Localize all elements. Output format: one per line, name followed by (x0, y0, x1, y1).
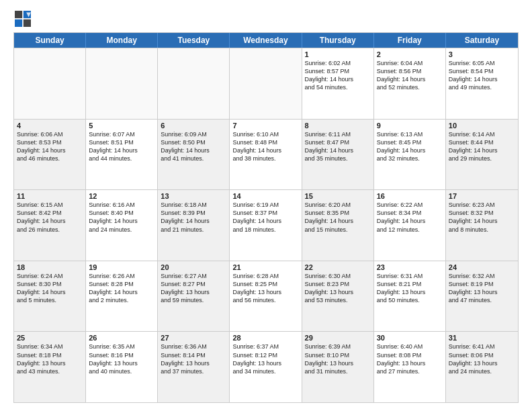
day-number: 24 (449, 263, 515, 271)
day-number: 27 (161, 334, 226, 342)
calendar-cell-30: 30Sunrise: 6:40 AM Sunset: 8:08 PM Dayli… (374, 332, 446, 402)
cell-info-text: Sunrise: 6:26 AM Sunset: 8:28 PM Dayligh… (89, 272, 154, 305)
day-number: 2 (377, 50, 443, 58)
svg-rect-0 (15, 11, 22, 18)
day-number: 21 (232, 263, 298, 271)
day-number: 8 (305, 122, 371, 130)
calendar-cell-3: 3Sunrise: 6:05 AM Sunset: 8:54 PM Daylig… (446, 48, 518, 119)
calendar-row-4: 18Sunrise: 6:24 AM Sunset: 8:30 PM Dayli… (14, 261, 518, 332)
cell-info-text: Sunrise: 6:22 AM Sunset: 8:34 PM Dayligh… (377, 201, 443, 234)
calendar-cell-19: 19Sunrise: 6:26 AM Sunset: 8:28 PM Dayli… (86, 261, 158, 332)
calendar-cell-1: 1Sunrise: 6:02 AM Sunset: 8:57 PM Daylig… (302, 48, 374, 119)
calendar-cell-4: 4Sunrise: 6:06 AM Sunset: 8:53 PM Daylig… (14, 120, 86, 190)
weekday-header-wednesday: Wednesday (230, 33, 302, 48)
calendar-cell-23: 23Sunrise: 6:31 AM Sunset: 8:21 PM Dayli… (374, 261, 446, 332)
calendar-cell-6: 6Sunrise: 6:09 AM Sunset: 8:50 PM Daylig… (158, 120, 230, 190)
day-number: 18 (17, 263, 83, 271)
day-number: 7 (232, 122, 298, 130)
cell-info-text: Sunrise: 6:34 AM Sunset: 8:18 PM Dayligh… (17, 342, 83, 375)
cell-info-text: Sunrise: 6:04 AM Sunset: 8:56 PM Dayligh… (377, 59, 443, 92)
day-number: 28 (232, 334, 298, 342)
day-number: 22 (305, 263, 371, 271)
cell-info-text: Sunrise: 6:06 AM Sunset: 8:53 PM Dayligh… (17, 130, 83, 163)
calendar-body: 1Sunrise: 6:02 AM Sunset: 8:57 PM Daylig… (14, 48, 518, 402)
calendar-cell-20: 20Sunrise: 6:27 AM Sunset: 8:27 PM Dayli… (158, 261, 230, 332)
cell-info-text: Sunrise: 6:32 AM Sunset: 8:19 PM Dayligh… (449, 272, 515, 305)
cell-info-text: Sunrise: 6:30 AM Sunset: 8:23 PM Dayligh… (305, 272, 371, 305)
cell-info-text: Sunrise: 6:36 AM Sunset: 8:14 PM Dayligh… (161, 342, 226, 375)
calendar-cell-empty-3 (230, 48, 302, 119)
header-area (13, 11, 519, 27)
calendar-cell-11: 11Sunrise: 6:15 AM Sunset: 8:42 PM Dayli… (14, 190, 86, 261)
cell-info-text: Sunrise: 6:41 AM Sunset: 8:06 PM Dayligh… (449, 342, 515, 375)
calendar-cell-28: 28Sunrise: 6:37 AM Sunset: 8:12 PM Dayli… (230, 332, 302, 402)
cell-info-text: Sunrise: 6:20 AM Sunset: 8:35 PM Dayligh… (305, 201, 371, 234)
cell-info-text: Sunrise: 6:37 AM Sunset: 8:12 PM Dayligh… (232, 342, 298, 375)
svg-rect-3 (24, 19, 31, 27)
cell-info-text: Sunrise: 6:13 AM Sunset: 8:45 PM Dayligh… (377, 130, 443, 163)
calendar-cell-empty-0 (14, 48, 86, 119)
calendar-cell-8: 8Sunrise: 6:11 AM Sunset: 8:47 PM Daylig… (302, 120, 374, 190)
calendar-row-1: 1Sunrise: 6:02 AM Sunset: 8:57 PM Daylig… (14, 48, 518, 119)
generalblue-logo-icon (15, 11, 31, 27)
day-number: 23 (377, 263, 443, 271)
day-number: 17 (449, 192, 515, 200)
cell-info-text: Sunrise: 6:10 AM Sunset: 8:48 PM Dayligh… (232, 130, 298, 163)
day-number: 25 (17, 334, 83, 342)
day-number: 19 (89, 263, 154, 271)
calendar-cell-17: 17Sunrise: 6:23 AM Sunset: 8:32 PM Dayli… (446, 190, 518, 261)
weekday-header-monday: Monday (86, 33, 158, 48)
day-number: 1 (305, 50, 371, 58)
day-number: 16 (377, 192, 443, 200)
day-number: 9 (377, 122, 443, 130)
cell-info-text: Sunrise: 6:18 AM Sunset: 8:39 PM Dayligh… (161, 201, 226, 234)
weekday-header-thursday: Thursday (302, 33, 374, 48)
weekday-header-saturday: Saturday (446, 33, 518, 48)
cell-info-text: Sunrise: 6:11 AM Sunset: 8:47 PM Dayligh… (305, 130, 371, 163)
day-number: 20 (161, 263, 226, 271)
calendar-cell-15: 15Sunrise: 6:20 AM Sunset: 8:35 PM Dayli… (302, 190, 374, 261)
cell-info-text: Sunrise: 6:09 AM Sunset: 8:50 PM Dayligh… (161, 130, 226, 163)
day-number: 3 (449, 50, 515, 58)
cell-info-text: Sunrise: 6:35 AM Sunset: 8:16 PM Dayligh… (89, 342, 154, 375)
day-number: 5 (89, 122, 154, 130)
weekday-header-tuesday: Tuesday (158, 33, 230, 48)
calendar-row-3: 11Sunrise: 6:15 AM Sunset: 8:42 PM Dayli… (14, 189, 518, 261)
calendar-row-5: 25Sunrise: 6:34 AM Sunset: 8:18 PM Dayli… (14, 331, 518, 402)
calendar-cell-18: 18Sunrise: 6:24 AM Sunset: 8:30 PM Dayli… (14, 261, 86, 332)
calendar-page: SundayMondayTuesdayWednesdayThursdayFrid… (0, 0, 532, 411)
day-number: 13 (161, 192, 226, 200)
cell-info-text: Sunrise: 6:07 AM Sunset: 8:51 PM Dayligh… (89, 130, 154, 163)
calendar-row-2: 4Sunrise: 6:06 AM Sunset: 8:53 PM Daylig… (14, 119, 518, 190)
calendar-cell-25: 25Sunrise: 6:34 AM Sunset: 8:18 PM Dayli… (14, 332, 86, 402)
calendar-cell-empty-1 (86, 48, 158, 119)
calendar: SundayMondayTuesdayWednesdayThursdayFrid… (13, 32, 519, 403)
calendar-cell-7: 7Sunrise: 6:10 AM Sunset: 8:48 PM Daylig… (230, 120, 302, 190)
calendar-cell-27: 27Sunrise: 6:36 AM Sunset: 8:14 PM Dayli… (158, 332, 230, 402)
calendar-cell-12: 12Sunrise: 6:16 AM Sunset: 8:40 PM Dayli… (86, 190, 158, 261)
calendar-cell-29: 29Sunrise: 6:39 AM Sunset: 8:10 PM Dayli… (302, 332, 374, 402)
calendar-cell-31: 31Sunrise: 6:41 AM Sunset: 8:06 PM Dayli… (446, 332, 518, 402)
cell-info-text: Sunrise: 6:19 AM Sunset: 8:37 PM Dayligh… (232, 201, 298, 234)
cell-info-text: Sunrise: 6:02 AM Sunset: 8:57 PM Dayligh… (305, 59, 371, 92)
calendar-cell-empty-2 (158, 48, 230, 119)
day-number: 14 (232, 192, 298, 200)
day-number: 12 (89, 192, 154, 200)
svg-rect-2 (15, 19, 22, 27)
cell-info-text: Sunrise: 6:39 AM Sunset: 8:10 PM Dayligh… (305, 342, 371, 375)
cell-info-text: Sunrise: 6:16 AM Sunset: 8:40 PM Dayligh… (89, 201, 154, 234)
calendar-cell-16: 16Sunrise: 6:22 AM Sunset: 8:34 PM Dayli… (374, 190, 446, 261)
weekday-header-sunday: Sunday (14, 33, 86, 48)
day-number: 29 (305, 334, 371, 342)
calendar-cell-9: 9Sunrise: 6:13 AM Sunset: 8:45 PM Daylig… (374, 120, 446, 190)
cell-info-text: Sunrise: 6:05 AM Sunset: 8:54 PM Dayligh… (449, 59, 515, 92)
calendar-cell-5: 5Sunrise: 6:07 AM Sunset: 8:51 PM Daylig… (86, 120, 158, 190)
cell-info-text: Sunrise: 6:15 AM Sunset: 8:42 PM Dayligh… (17, 201, 83, 234)
day-number: 6 (161, 122, 226, 130)
day-number: 30 (377, 334, 443, 342)
cell-info-text: Sunrise: 6:14 AM Sunset: 8:44 PM Dayligh… (449, 130, 515, 163)
cell-info-text: Sunrise: 6:24 AM Sunset: 8:30 PM Dayligh… (17, 272, 83, 305)
day-number: 26 (89, 334, 154, 342)
calendar-cell-22: 22Sunrise: 6:30 AM Sunset: 8:23 PM Dayli… (302, 261, 374, 332)
day-number: 10 (449, 122, 515, 130)
